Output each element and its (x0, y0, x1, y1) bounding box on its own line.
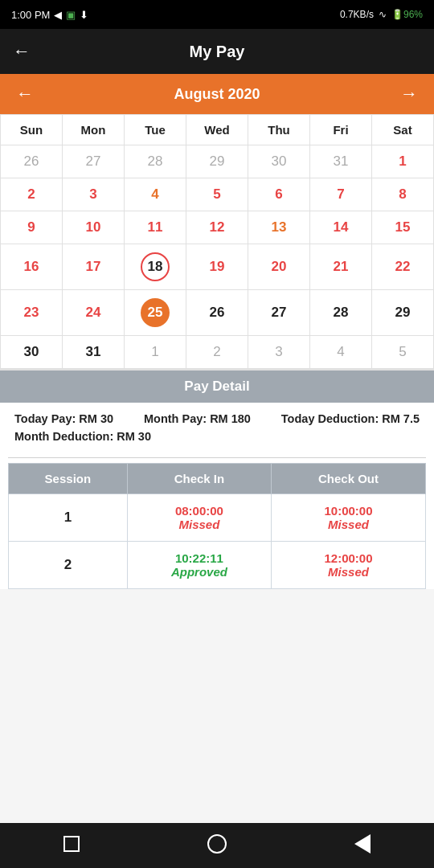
calendar-day[interactable]: 16 (1, 244, 63, 290)
calendar-day[interactable]: 22 (372, 244, 434, 290)
calendar-day[interactable]: 24 (63, 290, 125, 336)
calendar-day[interactable]: 2 (186, 336, 248, 369)
weekday-sat: Sat (372, 115, 434, 145)
calendar-day[interactable]: 27 (248, 290, 310, 336)
status-arrow-icon: ◀ (54, 9, 62, 21)
battery-icon: 🔋96% (391, 9, 423, 20)
month-pay: Month Pay: RM 180 (144, 412, 251, 425)
status-speed: 0.7KB/s (340, 9, 374, 20)
calendar-day[interactable]: 8 (372, 178, 434, 211)
today-deduction: Today Deduction: RM 7.5 (281, 412, 420, 425)
today-pay: Today Pay: RM 30 (14, 412, 113, 425)
status-left: 1:00 PM ◀ ▣ ⬇ (11, 9, 88, 21)
status-bar: 1:00 PM ◀ ▣ ⬇ 0.7KB/s ∿ 🔋96% (0, 0, 434, 29)
calendar-day[interactable]: 17 (63, 244, 125, 290)
calendar-day[interactable]: 23 (1, 290, 63, 336)
calendar-day[interactable]: 20 (248, 244, 310, 290)
sessions-header-row: Session Check In Check Out (9, 464, 426, 494)
calendar-row: 9101112131415 (1, 211, 434, 244)
calendar-day[interactable]: 29 (186, 145, 248, 178)
calendar-day[interactable]: 31 (310, 145, 372, 178)
calendar-day[interactable]: 30 (248, 145, 310, 178)
calendar-day[interactable]: 3 (63, 178, 125, 211)
calendar-day[interactable]: 26 (186, 290, 248, 336)
next-month-button[interactable]: → (400, 84, 418, 104)
calendar-day[interactable]: 21 (310, 244, 372, 290)
status-signal-icon: ▣ (66, 9, 76, 21)
pay-divider (8, 457, 426, 458)
calendar-day[interactable]: 5 (372, 336, 434, 369)
calendar-row: 2345678 (1, 178, 434, 211)
calendar-day[interactable]: 13 (248, 211, 310, 244)
calendar-month-year: August 2020 (174, 86, 260, 103)
nav-bar (0, 823, 434, 868)
weekday-thu: Thu (248, 115, 310, 145)
calendar-day[interactable]: 12 (186, 211, 248, 244)
session-checkout: 10:00:00Missed (272, 494, 426, 542)
wifi-icon: ∿ (379, 9, 387, 20)
calendar-day[interactable]: 4 (125, 178, 186, 211)
prev-month-button[interactable]: ← (16, 84, 34, 104)
calendar-day[interactable]: 9 (1, 211, 63, 244)
calendar-day[interactable]: 27 (63, 145, 125, 178)
circle-icon (207, 834, 227, 854)
calendar-day[interactable]: 28 (310, 290, 372, 336)
nav-home-button[interactable] (207, 834, 227, 857)
calendar-day[interactable]: 29 (372, 290, 434, 336)
weekday-fri: Fri (310, 115, 372, 145)
pay-detail-header: Pay Detail (0, 371, 434, 403)
calendar-day[interactable]: 5 (186, 178, 248, 211)
today-circle: 18 (141, 252, 170, 281)
status-time: 1:00 PM (11, 9, 50, 21)
calendar-row: 16171819202122 (1, 244, 434, 290)
calendar-day[interactable]: 11 (125, 211, 186, 244)
calendar-header-row: Sun Mon Tue Wed Thu Fri Sat (1, 115, 434, 145)
calendar-day[interactable]: 26 (1, 145, 63, 178)
calendar-day[interactable]: 18 (125, 244, 186, 290)
session-checkin: 08:00:00Missed (127, 494, 271, 542)
selected-day-circle: 25 (141, 298, 170, 327)
calendar-day[interactable]: 15 (372, 211, 434, 244)
nav-back-button[interactable] (354, 834, 371, 857)
session-number: 2 (9, 542, 128, 589)
calendar-row: 303112345 (1, 336, 434, 369)
calendar-day[interactable]: 25 (125, 290, 186, 336)
checkout-col-header: Check Out (272, 464, 426, 494)
month-deduction: Month Deduction: RM 30 (14, 430, 151, 443)
calendar-day[interactable]: 1 (125, 336, 186, 369)
calendar-day[interactable]: 3 (248, 336, 310, 369)
square-icon (63, 836, 80, 852)
session-col-header: Session (9, 464, 128, 494)
session-checkin: 10:22:11Approved (127, 542, 271, 589)
weekday-mon: Mon (63, 115, 125, 145)
nav-square-button[interactable] (63, 836, 80, 855)
calendar-row: 2627282930311 (1, 145, 434, 178)
calendar-day[interactable]: 4 (310, 336, 372, 369)
page-title: My Pay (43, 43, 391, 61)
status-download-icon: ⬇ (80, 9, 88, 21)
status-right: 0.7KB/s ∿ 🔋96% (340, 9, 423, 20)
session-checkout: 12:00:00Missed (272, 542, 426, 589)
calendar-nav: ← August 2020 → (0, 74, 434, 114)
back-button[interactable]: ← (13, 41, 31, 62)
calendar-day[interactable]: 19 (186, 244, 248, 290)
pay-info-grid: Today Pay: RM 30 Month Pay: RM 180 Today… (0, 403, 434, 452)
session-row: 210:22:11Approved12:00:00Missed (9, 542, 426, 589)
calendar-day[interactable]: 14 (310, 211, 372, 244)
session-row: 108:00:00Missed10:00:00Missed (9, 494, 426, 542)
session-number: 1 (9, 494, 128, 542)
calendar-day[interactable]: 28 (125, 145, 186, 178)
sessions-table: Session Check In Check Out 108:00:00Miss… (8, 463, 426, 589)
calendar-day[interactable]: 30 (1, 336, 63, 369)
calendar-day[interactable]: 31 (63, 336, 125, 369)
calendar-day[interactable]: 2 (1, 178, 63, 211)
triangle-icon (354, 834, 371, 854)
checkin-col-header: Check In (127, 464, 271, 494)
calendar-day[interactable]: 6 (248, 178, 310, 211)
app-header: ← My Pay (0, 29, 434, 74)
calendar-day[interactable]: 1 (372, 145, 434, 178)
pay-section: Pay Detail Today Pay: RM 30 Month Pay: R… (0, 371, 434, 589)
calendar-day[interactable]: 7 (310, 178, 372, 211)
calendar-wrapper: Sun Mon Tue Wed Thu Fri Sat 262728293031… (0, 114, 434, 371)
calendar-day[interactable]: 10 (63, 211, 125, 244)
